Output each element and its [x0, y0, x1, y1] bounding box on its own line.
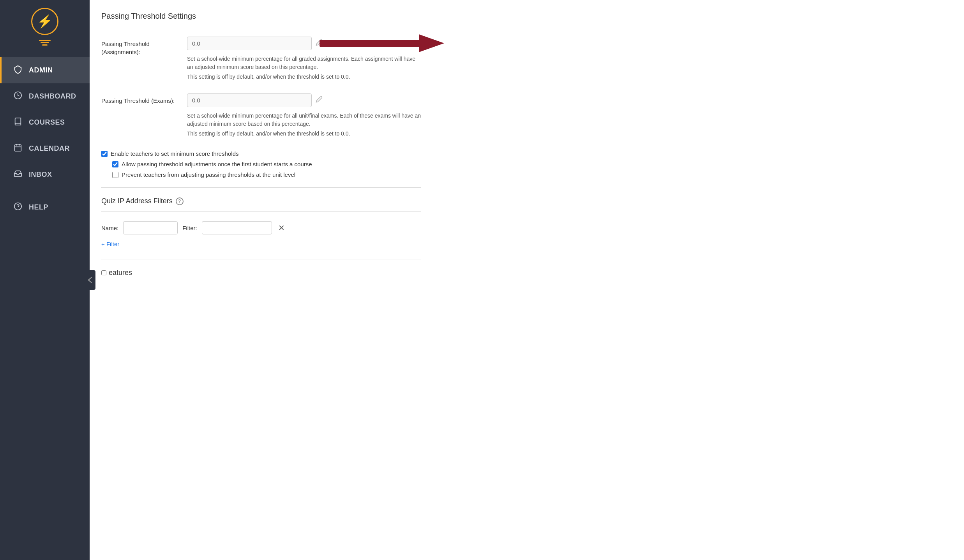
assignments-control-group: Set a school-wide minimum percentage for…	[187, 37, 421, 83]
assignments-input[interactable]	[187, 37, 312, 50]
section-divider-2	[101, 187, 421, 188]
sidebar-label-inbox: INBOX	[29, 171, 52, 179]
checkbox-prevent-teachers[interactable]	[112, 172, 118, 178]
logo-line-3	[42, 44, 48, 46]
filter-value-input[interactable]	[202, 221, 272, 234]
sidebar-label-courses: COURSES	[29, 118, 65, 127]
exams-input[interactable]	[187, 93, 312, 107]
add-filter-button[interactable]: + Filter	[101, 241, 119, 247]
exams-pencil-icon[interactable]	[316, 96, 323, 105]
exams-input-group	[187, 93, 421, 107]
sidebar-item-calendar[interactable]: CALENDAR	[0, 136, 90, 162]
quiz-ip-title-text: Quiz IP Address Filters	[101, 197, 173, 205]
dashboard-icon	[13, 91, 23, 102]
filter-name-input[interactable]	[123, 221, 178, 234]
shield-icon	[13, 65, 23, 76]
calendar-icon	[13, 143, 23, 154]
red-arrow-annotation	[320, 33, 444, 53]
sidebar-label-dashboard: DASHBOARD	[29, 92, 76, 100]
quiz-ip-title: Quiz IP Address Filters ?	[101, 197, 421, 205]
filter-label: Filter:	[182, 225, 197, 231]
sidebar-item-help[interactable]: HELP	[0, 194, 90, 220]
features-partial-text: eatures	[101, 269, 132, 277]
exams-help1: Set a school-wide minimum percentage for…	[187, 112, 421, 128]
features-title: eatures	[101, 269, 421, 277]
sidebar-collapse-button[interactable]	[85, 270, 95, 290]
logo-circle: ⚡	[31, 8, 58, 35]
checkbox-item-3: Prevent teachers from adjusting passing …	[112, 171, 421, 178]
sidebar-item-admin[interactable]: ADMIN	[0, 57, 90, 83]
exams-form-row: Passing Threshold (Exams): Set a school-…	[101, 93, 421, 139]
assignments-form-row: Passing Threshold (Assignments):	[101, 37, 421, 83]
assignments-help-text: Set a school-wide minimum percentage for…	[187, 55, 421, 83]
checkbox-enable-teachers[interactable]	[101, 151, 108, 157]
sidebar-item-courses[interactable]: COURSES	[0, 109, 90, 136]
checkbox-item-1: Enable teachers to set minimum score thr…	[101, 150, 421, 157]
exams-help2: This setting is off by default, and/or w…	[187, 130, 421, 138]
remove-filter-button[interactable]: ✕	[277, 223, 286, 232]
section-divider-3	[101, 211, 421, 212]
nav-items: ADMIN DASHBOARD COURSES CALENDAR INBOX	[0, 57, 90, 560]
features-section: eatures	[101, 251, 421, 277]
assignments-help1: Set a school-wide minimum percentage for…	[187, 55, 421, 71]
checkbox2-label: Allow passing threshold adjustments once…	[122, 161, 312, 167]
exams-help-text: Set a school-wide minimum percentage for…	[187, 112, 421, 139]
assignments-label: Passing Threshold (Assignments):	[101, 37, 187, 56]
red-arrow-svg	[320, 33, 444, 53]
exams-control-group: Set a school-wide minimum percentage for…	[187, 93, 421, 139]
logo-line-2	[41, 42, 49, 43]
add-filter-label: + Filter	[101, 241, 119, 247]
nav-divider	[8, 191, 82, 191]
features-checkbox[interactable]	[101, 270, 106, 275]
checkbox-item-2: Allow passing threshold adjustments once…	[112, 161, 421, 167]
sidebar-label-help: HELP	[29, 203, 48, 211]
checkbox3-label: Prevent teachers from adjusting passing …	[122, 171, 295, 178]
checkbox-allow-threshold[interactable]	[112, 161, 118, 167]
sidebar-label-admin: ADMIN	[29, 66, 53, 74]
content-area: Passing Threshold Settings Passing Thres…	[90, 0, 440, 298]
svg-marker-8	[419, 34, 444, 52]
section-divider-4	[101, 259, 421, 259]
sidebar-item-dashboard[interactable]: DASHBOARD	[0, 83, 90, 109]
logo-lines	[39, 40, 51, 46]
checkbox-section: Enable teachers to set minimum score thr…	[101, 150, 421, 178]
quiz-ip-section: Quiz IP Address Filters ? Name: Filter: …	[101, 197, 421, 247]
quiz-help-circle[interactable]: ?	[176, 197, 184, 205]
svg-rect-7	[320, 40, 421, 47]
book-icon	[13, 117, 23, 128]
bolt-icon: ⚡	[37, 14, 53, 29]
checkbox1-label: Enable teachers to set minimum score thr…	[111, 150, 238, 157]
app-logo: ⚡	[31, 8, 58, 46]
sidebar-label-calendar: CALENDAR	[29, 144, 70, 153]
assignments-input-group	[187, 37, 421, 50]
passing-threshold-section-title: Passing Threshold Settings	[101, 12, 421, 21]
exams-label: Passing Threshold (Exams):	[101, 93, 187, 105]
assignments-help2: This setting is off by default, and/or w…	[187, 73, 421, 81]
svg-rect-1	[15, 145, 21, 151]
main-content: Passing Threshold Settings Passing Thres…	[90, 0, 964, 560]
sidebar-item-inbox[interactable]: INBOX	[0, 162, 90, 188]
help-icon	[13, 202, 23, 213]
section-divider-1	[101, 27, 421, 27]
inbox-icon	[13, 169, 23, 180]
filter-row: Name: Filter: ✕	[101, 221, 421, 234]
sidebar: ⚡ ADMIN DASHBOARD COURSES	[0, 0, 90, 560]
logo-line-1	[39, 40, 51, 41]
name-label: Name:	[101, 225, 118, 231]
